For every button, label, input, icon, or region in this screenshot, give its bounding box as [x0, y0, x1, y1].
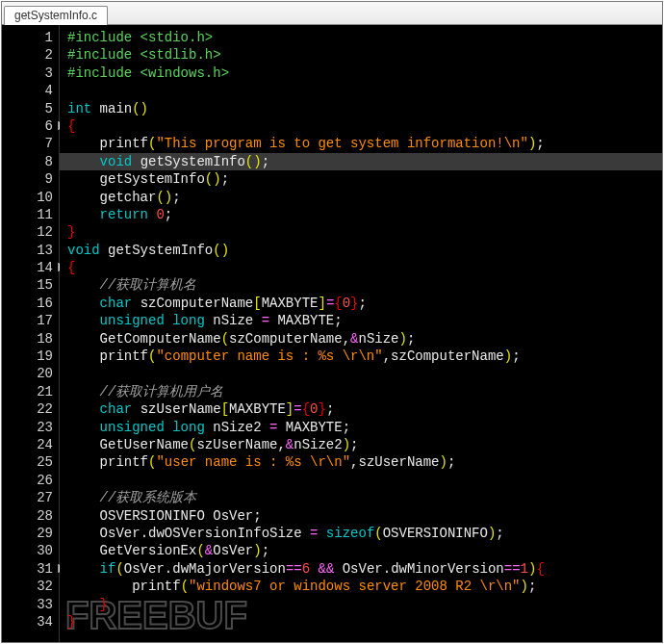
line-number: 27 — [2, 489, 59, 506]
code-line[interactable]: { — [60, 117, 662, 135]
line-number: 16 — [2, 295, 59, 312]
line-number: 10 — [2, 189, 59, 206]
code-line[interactable]: int main() — [60, 100, 662, 117]
code-line[interactable]: OSVERSIONINFO OsVer; — [60, 507, 662, 525]
line-number: 2 — [2, 46, 59, 64]
code-line[interactable] — [60, 472, 662, 489]
line-number: 11 — [2, 206, 59, 223]
line-number: 26 — [2, 472, 59, 489]
code-line[interactable]: #include <stdlib.h> — [60, 46, 662, 64]
line-number: 15 — [2, 276, 59, 294]
line-number: 17 — [2, 312, 59, 329]
code-line[interactable]: return 0; — [60, 206, 662, 223]
code-line[interactable]: #include <stdio.h> — [60, 29, 662, 46]
line-number: 8 — [2, 153, 59, 170]
code-line[interactable]: } — [60, 223, 662, 241]
line-number: 3 — [2, 64, 59, 82]
code-line[interactable]: printf("computer name is : %s \r\n",szCo… — [60, 348, 662, 365]
line-number: 13 — [2, 242, 59, 259]
code-line[interactable]: unsigned long nSize2 = MAXBYTE; — [60, 419, 662, 436]
line-number: 34 — [2, 613, 59, 631]
line-number: 1 — [2, 29, 59, 46]
code-line[interactable]: char szUserName[MAXBYTE]={0}; — [60, 400, 662, 418]
line-number: 19 — [2, 348, 59, 365]
code-line[interactable]: } — [60, 596, 662, 613]
code-line[interactable]: GetVersionEx(&OsVer); — [60, 542, 662, 559]
code-line[interactable]: printf("This program is to get system in… — [60, 135, 662, 152]
code-line[interactable] — [60, 365, 662, 382]
line-number: 30 — [2, 542, 59, 559]
code-line[interactable]: OsVer.dwOSVersionInfoSize = sizeof(OSVER… — [60, 525, 662, 542]
line-number: 6 — [2, 117, 59, 135]
code-line[interactable]: #include <windows.h> — [60, 64, 662, 82]
code-line[interactable]: getchar(); — [60, 189, 662, 206]
code-line[interactable]: //获取计算机名 — [60, 276, 662, 294]
editor-window: getSystemInfo.c 123456789101112131415161… — [1, 1, 663, 643]
code-line[interactable]: { — [60, 259, 662, 276]
line-number: 23 — [2, 419, 59, 436]
line-number: 5 — [2, 100, 59, 117]
line-number: 12 — [2, 223, 59, 241]
line-number: 22 — [2, 400, 59, 418]
line-number: 33 — [2, 596, 59, 613]
code-line[interactable]: unsigned long nSize = MAXBYTE; — [60, 312, 662, 329]
line-number: 14 — [2, 259, 59, 276]
code-line[interactable]: //获取计算机用户名 — [60, 383, 662, 400]
code-line[interactable]: void getSystemInfo(); — [60, 153, 662, 170]
line-number: 7 — [2, 135, 59, 152]
code-line[interactable]: //获取系统版本 — [60, 489, 662, 506]
line-number: 31 — [2, 560, 59, 578]
line-number-gutter: 1234567891011121314151617181920212223242… — [2, 25, 60, 642]
editor-body: 1234567891011121314151617181920212223242… — [2, 25, 662, 642]
code-line[interactable]: printf("windows7 or windows server 2008 … — [60, 578, 662, 595]
line-number: 29 — [2, 525, 59, 542]
line-number: 28 — [2, 507, 59, 525]
code-line[interactable] — [60, 82, 662, 99]
code-line[interactable]: getSystemInfo(); — [60, 170, 662, 188]
line-number: 21 — [2, 383, 59, 400]
code-line[interactable]: } — [60, 613, 662, 631]
code-line[interactable]: if(OsVer.dwMajorVersion==6 && OsVer.dwMi… — [60, 560, 662, 578]
line-number: 4 — [2, 82, 59, 99]
tab-bar: getSystemInfo.c — [2, 2, 662, 25]
code-line[interactable]: void getSystemInfo() — [60, 242, 662, 259]
line-number: 18 — [2, 330, 59, 348]
file-tab[interactable]: getSystemInfo.c — [4, 6, 108, 25]
line-number: 24 — [2, 436, 59, 453]
line-number: 20 — [2, 365, 59, 382]
code-line[interactable]: GetUserName(szUserName,&nSize2); — [60, 436, 662, 453]
line-number: 9 — [2, 170, 59, 188]
line-number: 32 — [2, 578, 59, 595]
code-line[interactable]: GetComputerName(szComputerName,&nSize); — [60, 330, 662, 348]
code-area[interactable]: FREEBUF #include <stdio.h>#include <stdl… — [60, 25, 662, 642]
code-line[interactable]: char szComputerName[MAXBYTE]={0}; — [60, 295, 662, 312]
line-number: 25 — [2, 453, 59, 471]
code-line[interactable]: printf("user name is : %s \r\n",szUserNa… — [60, 453, 662, 471]
